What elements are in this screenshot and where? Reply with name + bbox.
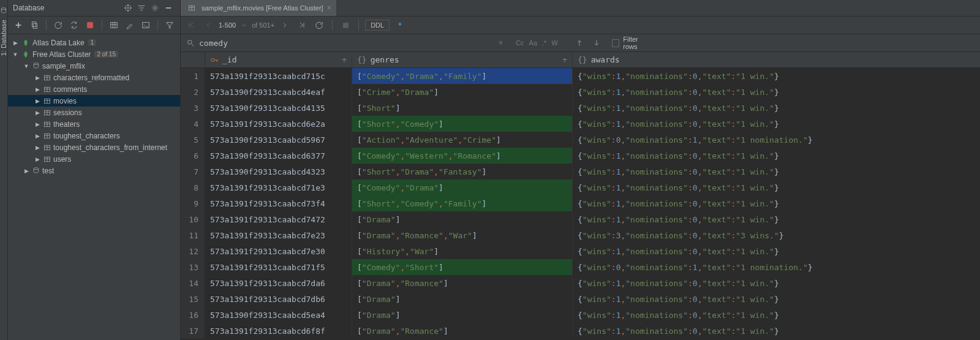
- filter-icon[interactable]: [163, 18, 176, 32]
- cell-id[interactable]: 573a1390f29313caabcd4323: [205, 164, 352, 179]
- cell-genres[interactable]: ["Action", "Adventure", "Crime"]: [352, 132, 573, 148]
- tree-node-database[interactable]: ▶ test: [8, 165, 180, 176]
- cell-genres[interactable]: ["Drama", "Romance"]: [352, 275, 573, 291]
- cell-id[interactable]: 573a1391f29313caabcd6f8f: [205, 323, 352, 339]
- tree-node-datasource[interactable]: ▼ Free Atlas Cluster 2 of 15: [8, 48, 180, 60]
- cell-genres[interactable]: ["Short", "Comedy", "Family"]: [352, 195, 573, 211]
- regex-toggle[interactable]: .*: [542, 39, 546, 47]
- copy-icon[interactable]: [28, 18, 41, 32]
- cell-id[interactable]: 573a1391f29313caabcd7da6: [205, 275, 352, 291]
- cell-awards[interactable]: {"wins": 0, "nominations": 1, "text": "1…: [573, 132, 980, 148]
- add-icon[interactable]: [12, 18, 25, 32]
- tree-node-collection[interactable]: ▶characters_reformatted: [8, 72, 180, 83]
- cell-id[interactable]: 573a1391f29313caabcd715c: [205, 68, 352, 84]
- cell-genres[interactable]: ["Short"]: [352, 100, 573, 116]
- cell-awards[interactable]: {"wins": 1, "nominations": 0, "text": "1…: [573, 323, 980, 339]
- data-grid[interactable]: _id ÷ {} genres ÷ {} awards 1573a1391f29…: [181, 52, 980, 340]
- tree-node-database[interactable]: ▼ sample_mflix: [8, 60, 180, 72]
- column-header-genres[interactable]: {} genres ÷: [352, 52, 573, 67]
- stop-icon[interactable]: [339, 18, 352, 32]
- cell-genres[interactable]: ["Comedy", "Drama", "Family"]: [352, 68, 573, 84]
- cell-awards[interactable]: {"wins": 1, "nominations": 0, "text": "1…: [573, 195, 980, 211]
- table-row[interactable]: 14573a1391f29313caabcd7da6["Drama", "Rom…: [181, 275, 980, 291]
- chevron-down-icon[interactable]: [239, 18, 248, 32]
- tree-node-collection[interactable]: ▶toughest_characters: [8, 130, 180, 142]
- cell-id[interactable]: 573a1391f29313caabcd7e23: [205, 227, 352, 243]
- match-case-toggle[interactable]: Cc: [516, 39, 524, 47]
- cell-id[interactable]: 573a1390f29313caabcd4135: [205, 100, 352, 116]
- cell-id[interactable]: 573a1391f29313caabcd6e2a: [205, 116, 352, 132]
- table-row[interactable]: 13573a1391f29313caabcd71f5["Comedy", "Sh…: [181, 259, 980, 275]
- cell-genres[interactable]: ["History", "War"]: [352, 243, 573, 259]
- refresh-icon[interactable]: [51, 18, 65, 32]
- arrow-up-icon[interactable]: [573, 36, 586, 50]
- cell-genres[interactable]: ["Short", "Drama", "Fantasy"]: [352, 164, 573, 179]
- table-row[interactable]: 3573a1390f29313caabcd4135["Short"]{"wins…: [181, 100, 980, 116]
- column-header-awards[interactable]: {} awards: [573, 52, 980, 67]
- sparkle-icon[interactable]: [393, 18, 407, 32]
- cell-awards[interactable]: {"wins": 1, "nominations": 0, "text": "1…: [573, 68, 980, 84]
- gear-icon[interactable]: [148, 1, 162, 15]
- cell-genres[interactable]: ["Drama"]: [352, 211, 573, 227]
- arrow-down-icon[interactable]: [590, 36, 603, 50]
- cell-genres[interactable]: ["Comedy", "Drama"]: [352, 179, 573, 195]
- cell-awards[interactable]: {"wins": 1, "nominations": 0, "text": "1…: [573, 307, 980, 323]
- tree-node-collection[interactable]: ▶comments: [8, 83, 180, 95]
- table-row[interactable]: 12573a1391f29313caabcd7e30["History", "W…: [181, 243, 980, 259]
- words-toggle[interactable]: W: [551, 39, 557, 47]
- next-page-icon[interactable]: [278, 18, 292, 32]
- edit-icon[interactable]: [123, 18, 137, 32]
- table-row[interactable]: 11573a1391f29313caabcd7e23["Drama", "Rom…: [181, 227, 980, 243]
- cell-awards[interactable]: {"wins": 1, "nominations": 0, "text": "1…: [573, 291, 980, 307]
- cell-awards[interactable]: {"wins": 3, "nominations": 0, "text": "3…: [573, 227, 980, 243]
- editor-tab[interactable]: sample_mflix.movies [Free Atlas Cluster]…: [181, 0, 336, 16]
- cell-awards[interactable]: {"wins": 1, "nominations": 0, "text": "1…: [573, 116, 980, 132]
- cell-id[interactable]: 573a1391f29313caabcd7472: [205, 211, 352, 227]
- table-row[interactable]: 8573a1391f29313caabcd71e3["Comedy", "Dra…: [181, 179, 980, 195]
- cell-genres[interactable]: ["Comedy", "Short"]: [352, 259, 573, 275]
- stop-icon[interactable]: [83, 18, 97, 32]
- tree-node-datasource[interactable]: ▶ Atlas Data Lake 1: [8, 37, 180, 48]
- cell-awards[interactable]: {"wins": 1, "nominations": 0, "text": "1…: [573, 211, 980, 227]
- table-row[interactable]: 17573a1391f29313caabcd6f8f["Drama", "Rom…: [181, 323, 980, 339]
- table-icon[interactable]: [107, 18, 121, 32]
- table-row[interactable]: 10573a1391f29313caabcd7472["Drama"]{"win…: [181, 211, 980, 227]
- cell-genres[interactable]: ["Crime", "Drama"]: [352, 84, 573, 100]
- filter-checkbox[interactable]: [612, 39, 620, 47]
- table-row[interactable]: 15573a1391f29313caabcd7db6["Drama"]{"win…: [181, 291, 980, 307]
- cell-awards[interactable]: {"wins": 1, "nominations": 0, "text": "1…: [573, 84, 980, 100]
- cell-id[interactable]: 573a1391f29313caabcd71f5: [205, 259, 352, 275]
- sort-icon[interactable]: ÷: [342, 55, 347, 64]
- cell-id[interactable]: 573a1390f29313caabcd6377: [205, 148, 352, 164]
- tree-node-collection[interactable]: ▶users: [8, 153, 180, 165]
- column-header-id[interactable]: _id ÷: [205, 52, 352, 67]
- tool-window-tab[interactable]: 1: Database: [0, 0, 8, 340]
- cell-awards[interactable]: {"wins": 1, "nominations": 0, "text": "1…: [573, 164, 980, 179]
- close-icon[interactable]: ×: [327, 4, 331, 12]
- cell-id[interactable]: 573a1390f29313caabcd5ea4: [205, 307, 352, 323]
- cell-genres[interactable]: ["Drama"]: [352, 307, 573, 323]
- table-row[interactable]: 16573a1390f29313caabcd5ea4["Drama"]{"win…: [181, 307, 980, 323]
- table-row[interactable]: 9573a1391f29313caabcd73f4["Short", "Come…: [181, 195, 980, 211]
- cell-awards[interactable]: {"wins": 1, "nominations": 0, "text": "1…: [573, 179, 980, 195]
- prev-page-icon[interactable]: [202, 18, 215, 32]
- cell-id[interactable]: 573a1390f29313caabcd5967: [205, 132, 352, 148]
- cell-awards[interactable]: {"wins": 1, "nominations": 0, "text": "1…: [573, 275, 980, 291]
- cell-genres[interactable]: ["Drama"]: [352, 291, 573, 307]
- cell-genres[interactable]: ["Drama", "Romance"]: [352, 323, 573, 339]
- cell-awards[interactable]: {"wins": 1, "nominations": 0, "text": "1…: [573, 243, 980, 259]
- table-row[interactable]: 4573a1391f29313caabcd6e2a["Short", "Come…: [181, 116, 980, 132]
- console-icon[interactable]: [139, 18, 153, 32]
- cell-awards[interactable]: {"wins": 1, "nominations": 0, "text": "1…: [573, 100, 980, 116]
- cell-id[interactable]: 573a1391f29313caabcd71e3: [205, 179, 352, 195]
- clear-icon[interactable]: ×: [494, 36, 507, 50]
- cell-id[interactable]: 573a1391f29313caabcd7db6: [205, 291, 352, 307]
- cell-genres[interactable]: ["Drama", "Romance", "War"]: [352, 227, 573, 243]
- search-input[interactable]: [199, 39, 489, 48]
- filter-rows-area[interactable]: Filter rows: [612, 36, 653, 50]
- ddl-button[interactable]: DDL: [365, 20, 390, 31]
- tree-node-collection[interactable]: ▶theaters: [8, 118, 180, 130]
- cell-id[interactable]: 573a1391f29313caabcd7e30: [205, 243, 352, 259]
- table-row[interactable]: 1573a1391f29313caabcd715c["Comedy", "Dra…: [181, 68, 980, 84]
- collapse-icon[interactable]: [135, 1, 148, 15]
